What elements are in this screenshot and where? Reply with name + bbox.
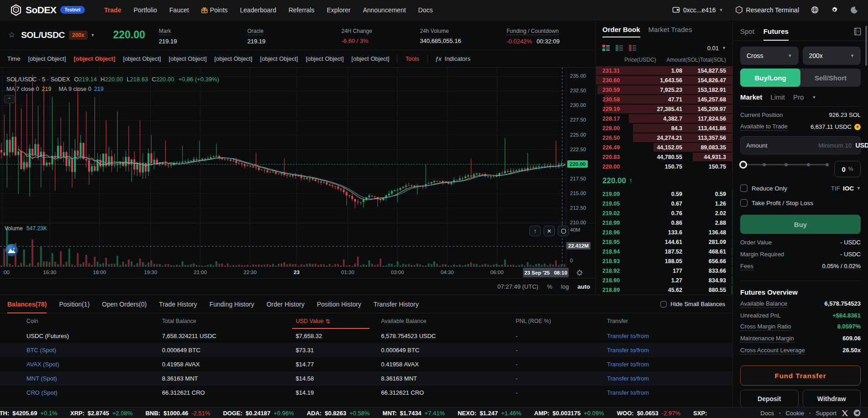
- ticker-item[interactable]: XRP:$2.8745+2.08%: [70, 410, 133, 417]
- pair-name[interactable]: SOL/USDC: [21, 30, 65, 40]
- axis-settings-gear-icon[interactable]: [576, 269, 583, 276]
- ask-row[interactable]: 230.60 1,643.56 154,826.47: [596, 75, 732, 85]
- footer-link-support[interactable]: Support: [816, 410, 837, 417]
- price-axis[interactable]: 235.00232.50230.00227.50225.00222.50220.…: [566, 68, 596, 267]
- close-pane-button[interactable]: ✕: [544, 226, 555, 236]
- amount-field[interactable]: Amount USDC ▼: [740, 136, 861, 154]
- ask-row[interactable]: 228.00 84.3 113,441.86: [596, 123, 732, 133]
- transfer-link[interactable]: Transfer to/from: [607, 389, 732, 396]
- indicators-button[interactable]: ƒx Indicators: [435, 55, 471, 62]
- ask-row[interactable]: 230.59 7,925.23 153,182.91: [596, 85, 732, 95]
- fund-transfer-button[interactable]: Fund Transfer: [740, 365, 861, 386]
- ticker-item[interactable]: ETH:$4205.69+0.1%: [0, 410, 58, 417]
- buy-button[interactable]: Buy: [740, 215, 861, 234]
- tick-size-select[interactable]: 0.01▼: [707, 45, 726, 52]
- wallet-address-button[interactable]: 0xcc...e416 ▼: [672, 6, 723, 14]
- slider-dot[interactable]: [826, 163, 829, 166]
- volume-pane[interactable]: [0, 223, 566, 267]
- favorite-star-icon[interactable]: ☆: [8, 30, 15, 40]
- bid-row[interactable]: 218.94 187.52 468.61: [596, 247, 732, 256]
- pair-selector-chevron-icon[interactable]: ▼: [91, 33, 95, 37]
- ticker-item[interactable]: NEXO:$1.247+1.46%: [458, 410, 521, 417]
- leverage-select[interactable]: 200x▼: [803, 47, 861, 65]
- nav-item[interactable]: Referrals: [288, 6, 314, 14]
- amount-input[interactable]: [771, 142, 852, 149]
- market-type-tab[interactable]: Spot: [740, 27, 754, 41]
- coin-name[interactable]: USDC (Futures): [26, 333, 162, 339]
- tools-button[interactable]: Tools: [405, 55, 419, 62]
- brand[interactable]: SoDEX Testnet: [10, 4, 85, 16]
- slider-dot[interactable]: [784, 163, 788, 166]
- telegram-icon[interactable]: [853, 409, 861, 417]
- account-tab[interactable]: Funding History: [209, 295, 254, 313]
- legend-collapse-button[interactable]: ⌃: [4, 95, 15, 103]
- interval-button[interactable]: [object Object]: [351, 55, 389, 62]
- transfer-link[interactable]: Transfer to/from: [607, 347, 732, 354]
- footer-link-cookie[interactable]: Cookie: [785, 410, 804, 417]
- percent-scale-button[interactable]: %: [547, 283, 553, 290]
- coin-name[interactable]: CRO (Spot): [26, 389, 162, 396]
- deposit-plus-icon[interactable]: +: [854, 124, 861, 130]
- ask-row[interactable]: 226.50 24,274.21 113,357.56: [596, 133, 732, 143]
- research-terminal-button[interactable]: Research Terminal: [735, 6, 799, 14]
- buy-long-button[interactable]: Buy/Long: [740, 69, 800, 87]
- transfer-link[interactable]: Transfer to/from: [607, 333, 732, 339]
- nav-item[interactable]: Explorer: [327, 6, 350, 14]
- scrollbar-thumb[interactable]: [865, 26, 867, 66]
- view-bids-only-icon[interactable]: [616, 45, 623, 51]
- nav-item[interactable]: Docs: [418, 6, 433, 14]
- transfer-link[interactable]: Transfer to/from: [607, 361, 732, 368]
- margin-mode-select[interactable]: Cross▼: [740, 47, 799, 65]
- interval-button[interactable]: [object Object]: [28, 55, 66, 62]
- bid-row[interactable]: 219.02 0.76 2.02: [596, 208, 732, 218]
- account-tab[interactable]: Balances(78): [7, 295, 47, 313]
- account-tab[interactable]: Transfer History: [373, 295, 418, 313]
- ticker-item[interactable]: BNB:$1000.46-2.51%: [146, 410, 210, 417]
- order-book-tab[interactable]: Order Book: [602, 26, 640, 33]
- deposit-button[interactable]: Deposit: [740, 390, 799, 408]
- ticker-item[interactable]: WOO:$0.0653-2.97%: [617, 410, 680, 417]
- ask-row[interactable]: 229.19 27,385.41 145,209.97: [596, 104, 732, 114]
- x-twitter-icon[interactable]: [842, 410, 848, 417]
- nav-item[interactable]: Portfolio: [134, 6, 157, 14]
- ask-row[interactable]: 220.00 150.75 150.75: [596, 162, 732, 171]
- interval-button[interactable]: [object Object]: [306, 55, 344, 62]
- nav-item[interactable]: Trade: [104, 6, 121, 14]
- settings-gear-icon[interactable]: [831, 6, 838, 14]
- chart-provider-logo[interactable]: [5, 244, 18, 256]
- language-globe-icon[interactable]: [811, 6, 819, 14]
- nav-item[interactable]: Leaderboard: [240, 6, 276, 14]
- bid-row[interactable]: 219.09 0.59 0.59: [596, 189, 732, 199]
- chart-clock[interactable]: 07:27:49 (UTC): [497, 283, 539, 290]
- bid-row[interactable]: 218.96 133.6 136.48: [596, 228, 732, 237]
- bid-row[interactable]: 218.90 1.27 834.93: [596, 275, 732, 285]
- order-type-tab[interactable]: Limit: [770, 93, 785, 101]
- bid-row[interactable]: 219.05 0.67 1.26: [596, 199, 732, 208]
- bid-row[interactable]: 218.99 0.86 2.88: [596, 218, 732, 228]
- ask-row[interactable]: 226.49 44,152.05 89,083.35: [596, 143, 732, 152]
- ticker-item[interactable]: ADA:$0.8263+0.58%: [307, 410, 370, 417]
- interval-button[interactable]: [object Object]: [74, 55, 115, 62]
- bid-row[interactable]: 218.92 177 833.66: [596, 266, 732, 275]
- spread-row[interactable]: 220.00 ↑: [596, 175, 732, 187]
- tpsl-checkbox[interactable]: [740, 199, 748, 206]
- ticker-item[interactable]: DOGE:$0.24187+0.96%: [223, 410, 294, 417]
- ask-row[interactable]: 228.17 4,382.7 117,824.56: [596, 114, 732, 123]
- time-axis[interactable]: 23 Sep '2508:10 :0016:3018:0019:3021:002…: [0, 267, 596, 279]
- bid-row[interactable]: 218.89 45.62 880.55: [596, 285, 732, 295]
- tif-select[interactable]: TIF IOC ▼: [831, 185, 861, 192]
- ask-row[interactable]: 230.58 47.71 145,257.68: [596, 95, 732, 104]
- guide-book-icon[interactable]: ?: [853, 27, 862, 36]
- slider-dot[interactable]: [807, 163, 810, 166]
- slider-thumb[interactable]: [739, 161, 747, 169]
- bid-row[interactable]: 218.93 188.05 656.66: [596, 256, 732, 266]
- move-pane-up-button[interactable]: ↑: [529, 226, 541, 236]
- ask-row[interactable]: 231.31 1.08 154,827.55: [596, 66, 732, 75]
- chart-canvas[interactable]: SOL/USDC · 5 · SoDEX O219.14H220.00L218.…: [0, 68, 596, 295]
- market-type-tab[interactable]: Futures: [763, 27, 789, 41]
- nav-item[interactable]: Announcement: [363, 6, 406, 14]
- ticker-item[interactable]: MNT:$1.7434+7.41%: [382, 410, 445, 417]
- interval-button[interactable]: [object Object]: [260, 55, 298, 62]
- coin-name[interactable]: AVAX (Spot): [26, 361, 162, 368]
- account-tab[interactable]: Position(1): [59, 295, 89, 313]
